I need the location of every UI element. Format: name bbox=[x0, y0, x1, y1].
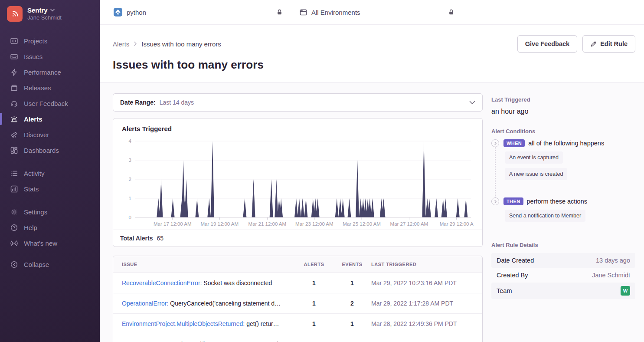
condition-chip: An event is captured bbox=[505, 151, 563, 164]
broadcast-icon bbox=[10, 239, 18, 247]
column-events: EVENTS bbox=[333, 262, 371, 267]
help-icon bbox=[10, 224, 18, 231]
detail-label: Team bbox=[497, 287, 512, 294]
sidebar-item-label: Settings bbox=[24, 208, 47, 216]
activity-icon bbox=[10, 169, 18, 177]
column-last-triggered: LAST TRIGGERED bbox=[371, 262, 474, 267]
table-row: RecoverableConnectionError: Socket was d… bbox=[113, 273, 482, 293]
date-range-selector[interactable]: Date Range: Last 14 days bbox=[113, 93, 483, 112]
sidebar-item-label: Performance bbox=[24, 69, 61, 76]
sidebar-item-label: Projects bbox=[24, 37, 47, 45]
stats-icon bbox=[10, 185, 18, 193]
issue-link[interactable]: RecoverableConnectionError: bbox=[122, 280, 202, 286]
chevron-down-icon bbox=[469, 101, 475, 105]
circle-chevron-icon[interactable] bbox=[491, 139, 499, 147]
edit-rule-button[interactable]: Edit Rule bbox=[582, 35, 635, 53]
when-condition-row: WHEN all of the following happens bbox=[491, 139, 635, 147]
sidebar-item-user-feedback[interactable]: User Feedback bbox=[0, 95, 100, 111]
sidebar-item-dashboards[interactable]: Dashboards bbox=[0, 142, 100, 158]
dashboards-icon bbox=[10, 146, 18, 154]
give-feedback-button[interactable]: Give Feedback bbox=[517, 35, 577, 53]
issue-link[interactable]: EnvironmentProject.MultipleObjectsReturn… bbox=[122, 320, 245, 327]
condition-chip: A new issue is created bbox=[505, 168, 567, 180]
alerts-count: 1 bbox=[295, 300, 333, 307]
sidebar-item-label: Issues bbox=[24, 53, 42, 60]
issues-table: ISSUE ALERTS EVENTS LAST TRIGGERED Recov… bbox=[113, 256, 483, 342]
table-row: OperationalError: QueryCanceled('canceli… bbox=[113, 293, 482, 314]
pencil-icon bbox=[590, 41, 597, 47]
sidebar-item-label: Dashboards bbox=[24, 147, 59, 154]
details-panel: Last Triggered an hour ago Alert Conditi… bbox=[491, 93, 635, 342]
svg-text:Mar 27 12:00 AM: Mar 27 12:00 AM bbox=[390, 221, 428, 227]
detail-row: Created By Jane Schmidt bbox=[491, 268, 635, 283]
detail-row: Date Created 13 days ago bbox=[491, 253, 635, 268]
discover-icon bbox=[10, 131, 18, 138]
svg-text:0: 0 bbox=[129, 215, 131, 220]
when-text: all of the following happens bbox=[528, 140, 604, 147]
alerts-chart-card: Alerts Triggered 01234Mar 17 12:00 AMMar… bbox=[113, 118, 483, 247]
lock-icon[interactable] bbox=[276, 9, 283, 16]
environment-name: All Environments bbox=[311, 9, 360, 16]
alert-rule-details-label: Alert Rule Details bbox=[491, 242, 635, 248]
chevron-right-icon bbox=[134, 41, 137, 46]
svg-text:3: 3 bbox=[129, 158, 131, 163]
sidebar-item-issues[interactable]: Issues bbox=[0, 49, 100, 64]
date-range-label: Date Range: bbox=[120, 99, 156, 106]
sidebar-item-performance[interactable]: Performance bbox=[0, 64, 100, 80]
events-count: 1 bbox=[333, 280, 371, 286]
detail-value: 13 days ago bbox=[596, 257, 630, 264]
then-action-items: Send a notification to Member bbox=[495, 205, 635, 226]
sidebar-item-settings[interactable]: Settings bbox=[0, 204, 100, 220]
svg-text:Mar 29 12:00 A: Mar 29 12:00 A bbox=[440, 221, 474, 227]
user-name: Jane Schmidt bbox=[27, 14, 62, 21]
collapse-icon bbox=[10, 260, 18, 268]
sidebar-item-alerts[interactable]: Alerts bbox=[0, 111, 100, 127]
sidebar-item-label: Activity bbox=[24, 170, 45, 177]
sidebar-item-label: Discover bbox=[24, 131, 49, 138]
lock-icon[interactable] bbox=[448, 9, 454, 16]
total-alerts-label: Total Alerts bbox=[120, 235, 153, 242]
project-name: python bbox=[127, 9, 146, 16]
sidebar-item-label: Help bbox=[24, 224, 37, 231]
page-title: Issues with too many errors bbox=[113, 58, 635, 72]
sidebar-item-label: Alerts bbox=[24, 115, 42, 123]
sidebar-collapse-button[interactable]: Collapse bbox=[0, 258, 100, 273]
breadcrumb-current: Issues with too many errors bbox=[141, 40, 221, 48]
table-row: EnvironmentProject.MultipleObjectsReturn… bbox=[113, 314, 482, 334]
sidebar-item-projects[interactable]: Projects bbox=[0, 33, 100, 49]
alerts-icon bbox=[10, 115, 18, 123]
sidebar-item-discover[interactable]: Discover bbox=[0, 127, 100, 142]
alerts-triggered-chart: 01234Mar 17 12:00 AMMar 19 12:00 AMMar 2… bbox=[122, 135, 474, 229]
sidebar-item-help[interactable]: Help bbox=[0, 220, 100, 235]
breadcrumb-alerts-link[interactable]: Alerts bbox=[113, 40, 129, 48]
events-count: 1 bbox=[333, 320, 371, 327]
circle-chevron-icon[interactable] bbox=[491, 197, 499, 205]
org-name: Sentry bbox=[27, 7, 48, 15]
give-feedback-label: Give Feedback bbox=[525, 40, 569, 47]
projects-icon bbox=[10, 37, 18, 45]
column-alerts: ALERTS bbox=[295, 262, 333, 267]
column-issue: ISSUE bbox=[122, 262, 295, 267]
then-badge: THEN bbox=[503, 197, 523, 205]
project-selector[interactable]: python bbox=[114, 8, 283, 16]
edit-rule-label: Edit Rule bbox=[600, 40, 628, 47]
team-avatar-badge[interactable]: W bbox=[621, 286, 630, 296]
sidebar-item-activity[interactable]: Activity bbox=[0, 165, 100, 181]
sidebar-item-whats-new[interactable]: What's new bbox=[0, 235, 100, 251]
svg-text:Mar 19 12:00 AM: Mar 19 12:00 AM bbox=[201, 221, 239, 227]
svg-text:1: 1 bbox=[129, 196, 131, 201]
detail-value: Jane Schmidt bbox=[592, 272, 630, 279]
sidebar-item-stats[interactable]: Stats bbox=[0, 181, 100, 197]
total-alerts-value: 65 bbox=[157, 235, 163, 242]
svg-text:Mar 25 12:00 AM: Mar 25 12:00 AM bbox=[343, 221, 381, 227]
issue-detail: QueryCanceled('canceling statement d… bbox=[168, 300, 281, 307]
environment-selector[interactable]: All Environments bbox=[283, 9, 454, 16]
org-switcher[interactable]: Sentry Jane Schmidt bbox=[0, 6, 100, 22]
issue-link[interactable]: OperationalError: bbox=[122, 300, 168, 307]
chevron-down-icon bbox=[50, 9, 55, 12]
svg-text:Mar 23 12:00 AM: Mar 23 12:00 AM bbox=[295, 221, 333, 227]
sidebar-item-releases[interactable]: Releases bbox=[0, 80, 100, 95]
sidebar-item-label: What's new bbox=[24, 240, 57, 247]
sidebar-nav: Projects Issues Performance Releases Use… bbox=[0, 33, 100, 277]
issue-detail: get() retur… bbox=[245, 320, 279, 327]
